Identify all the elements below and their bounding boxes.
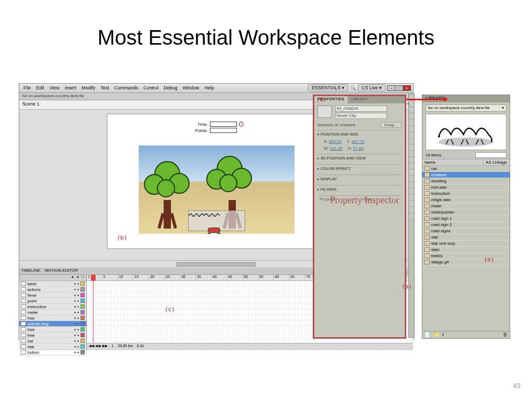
svg-point-1 (438, 136, 440, 138)
library-col-linkage[interactable]: AS Linkage (484, 159, 510, 165)
section-position-size[interactable]: POSITION AND SIZE (317, 130, 402, 138)
layer-row[interactable]: label (19, 281, 86, 287)
menu-control[interactable]: Control (143, 85, 158, 91)
cslive-button[interactable]: CS Live ▾ (358, 84, 385, 91)
thermometer-icon (239, 122, 243, 127)
library-item[interactable]: magic.wav (422, 197, 510, 203)
layer-row[interactable]: button (19, 350, 86, 355)
time-field[interactable] (210, 122, 237, 127)
layer-row[interactable]: tree (19, 332, 86, 338)
library-item-count: 16 items (425, 153, 441, 157)
points-label: Points: (189, 128, 208, 133)
menu-commands[interactable]: Commands (114, 85, 138, 91)
layer-row[interactable]: timer (19, 292, 86, 298)
annotation-c: (c) (165, 306, 175, 313)
menu-text[interactable]: Text (100, 85, 109, 91)
slide-title: Most Essential Workspace Elements (0, 0, 532, 60)
property-inspector: (d) PROPERTIES LIBRARY txt_creature Movi… (313, 95, 406, 339)
elapsed-time: 0.4s (137, 344, 144, 350)
svg-point-0 (438, 138, 494, 147)
scene-artwork: 〰〰 (139, 145, 295, 234)
library-search[interactable] (475, 152, 507, 158)
page-number: 43 (513, 382, 521, 390)
library-list[interactable]: carcreatureducklinghuh.wavinstructionmag… (422, 166, 510, 265)
library-item[interactable]: creature (422, 172, 510, 178)
outline-icon[interactable]: □ (82, 275, 84, 281)
scene-name[interactable]: Scene 1 (22, 101, 39, 108)
section-color[interactable]: COLOR EFFECT (317, 164, 402, 172)
menu-view[interactable]: View (49, 85, 59, 91)
library-item[interactable]: start (422, 247, 510, 253)
library-file-select[interactable]: for-xc-workspace-country-lane.fla (425, 104, 507, 112)
tab-timeline[interactable]: TIMELINE (21, 268, 41, 274)
layer-row[interactable]: actions (19, 287, 86, 292)
section-display[interactable]: DISPLAY (317, 175, 402, 183)
library-item[interactable]: village.gif (422, 259, 510, 265)
library-item[interactable]: huh.wav (422, 184, 510, 191)
layer-row[interactable]: meter (19, 310, 86, 315)
search-icon[interactable]: 🔍 (350, 85, 356, 90)
delete-icon[interactable]: 🗑 (503, 332, 508, 338)
menu-file[interactable]: File (23, 85, 31, 91)
library-col-name[interactable]: Name (422, 159, 484, 165)
section-3d[interactable]: 3D POSITION AND VIEW (317, 154, 402, 162)
w-label: W: (324, 146, 329, 151)
stage[interactable]: Time: Points: 〰〰 (b) (107, 114, 325, 249)
car-instance[interactable] (206, 228, 222, 234)
tab-motion-editor[interactable]: MOTION EDITOR (45, 268, 78, 274)
new-folder-icon[interactable]: 📁 (433, 332, 439, 338)
layer-row[interactable]: tree (19, 315, 86, 321)
menu-insert[interactable]: Insert (64, 85, 76, 91)
menu-debug[interactable]: Debug (164, 85, 178, 91)
swap-button[interactable]: Swap... (380, 122, 402, 128)
lock-icon[interactable]: ● (77, 275, 79, 281)
instance-name-input[interactable]: txt_creature (335, 105, 387, 112)
layers-list[interactable]: ●●□ labelactionstimerpointinstructionmet… (19, 275, 87, 350)
layer-row[interactable]: instruction (19, 304, 86, 310)
menu-edit[interactable]: Edit (36, 85, 45, 91)
property-inspector-callout: Property Inspector (330, 195, 399, 206)
library-item[interactable]: star one loop (422, 241, 510, 247)
library-item[interactable]: star (422, 234, 510, 241)
fps-value: 20.00 fps (118, 344, 133, 350)
eye-icon[interactable]: ● (71, 275, 73, 281)
layer-row[interactable]: car (19, 338, 86, 344)
menu-window[interactable]: Window (183, 85, 200, 91)
x-value[interactable]: 294.55 (329, 139, 341, 144)
properties-icon[interactable]: ℹ (442, 332, 444, 338)
menu-modify[interactable]: Modify (82, 85, 96, 91)
tools-panel[interactable] (408, 94, 415, 338)
menu-help[interactable]: Help (205, 85, 215, 91)
symbol-type-select[interactable]: Movie Clip (335, 113, 387, 119)
close-button[interactable]: × (403, 85, 411, 91)
points-field[interactable] (210, 128, 237, 133)
minimize-button[interactable]: – (387, 85, 395, 91)
maximize-button[interactable]: □ (395, 85, 403, 91)
workspace-preset[interactable]: ESSENTIALS ▾ (308, 84, 348, 91)
layer-row[interactable]: animal sing (19, 321, 86, 327)
library-item[interactable]: tree01 (422, 253, 510, 259)
time-label: Time: (189, 122, 208, 127)
tab-library-prop[interactable]: LIBRARY (348, 96, 371, 103)
library-item[interactable]: instruction (422, 191, 510, 197)
layer-row[interactable]: star (19, 344, 86, 350)
new-symbol-icon[interactable]: 📄 (424, 332, 430, 338)
library-item[interactable]: meterpointer (422, 209, 510, 216)
library-item[interactable]: duckling (422, 178, 510, 184)
w-value[interactable]: 121.85 (330, 146, 342, 151)
library-item[interactable]: road sign 2 (422, 222, 510, 228)
current-frame: 1 (112, 344, 114, 350)
menubar[interactable]: File Edit View Insert Modify Text Comman… (19, 84, 413, 93)
library-item[interactable]: road signs (422, 228, 510, 234)
y-label: Y: (347, 139, 350, 144)
timeline-footer: ◀◀ ◀ ▶ ▶▶ 1 20.00 fps 0.4s (87, 343, 413, 350)
h-value[interactable]: 57.60 (353, 146, 364, 151)
library-item[interactable]: road sign 1 (422, 216, 510, 222)
layer-row[interactable]: tree (19, 327, 86, 332)
library-preview (425, 114, 507, 150)
y-value[interactable]: 207.75 (352, 139, 364, 144)
section-filters[interactable]: FILTERS (317, 185, 402, 193)
library-item[interactable]: meter (422, 203, 510, 209)
library-item[interactable]: car (422, 166, 510, 172)
layer-row[interactable]: point (19, 298, 86, 304)
